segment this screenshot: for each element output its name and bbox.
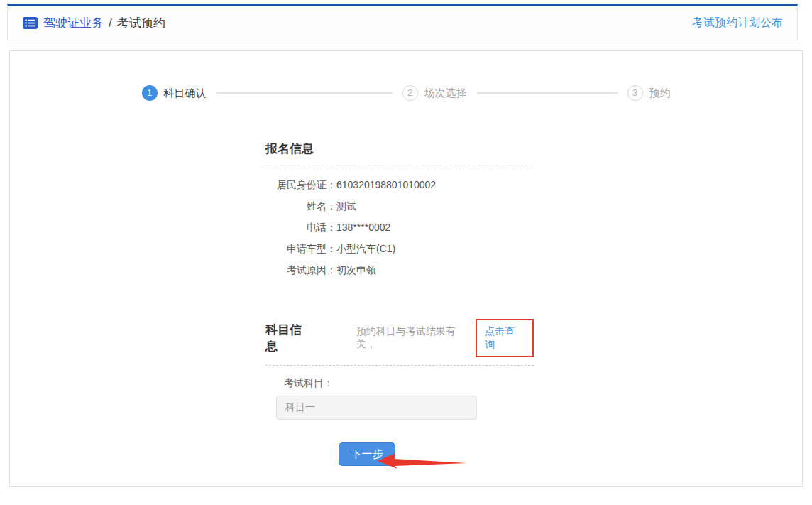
exam-plan-link[interactable]: 考试预约计划公布 — [692, 16, 783, 31]
field-label: 电话： — [265, 217, 336, 238]
subject-section-header: 科目信息 预约科目与考试结果有关， 点击查询 — [265, 319, 534, 366]
registration-title: 报名信息 — [265, 142, 314, 156]
registration-fields: 居民身份证： 610320198801010002 姓名： 测试 电话： 138… — [265, 174, 534, 281]
exam-subject-input[interactable] — [276, 396, 477, 420]
query-link[interactable]: 点击查询 — [485, 325, 515, 350]
field-name: 姓名： 测试 — [265, 195, 534, 217]
exam-subject-label: 考试科目： — [284, 377, 534, 390]
step-1-circle: 1 — [142, 85, 158, 101]
field-label: 姓名： — [265, 195, 336, 217]
step-3-label: 预约 — [649, 87, 671, 100]
step-3-circle: 3 — [627, 85, 643, 101]
step-connector — [477, 92, 618, 94]
breadcrumb: 驾驶证业务 / 考试预约 — [23, 15, 165, 31]
field-value: 小型汽车(C1) — [336, 238, 395, 259]
subject-section: 科目信息 预约科目与考试结果有关， 点击查询 考试科目： 下一步 — [265, 319, 534, 471]
step-appointment: 3 预约 — [627, 85, 671, 101]
step-session-select: 2 场次选择 — [402, 85, 467, 101]
step-connector — [216, 92, 393, 94]
step-2-label: 场次选择 — [424, 87, 467, 100]
subject-title: 科目信息 — [265, 322, 314, 354]
field-vehicle-type: 申请车型： 小型汽车(C1) — [265, 238, 534, 259]
field-label: 居民身份证： — [265, 174, 336, 195]
next-step-button[interactable]: 下一步 — [339, 442, 395, 466]
page-header: 驾驶证业务 / 考试预约 考试预约计划公布 — [7, 4, 798, 40]
breadcrumb-current: 考试预约 — [117, 15, 165, 31]
breadcrumb-section[interactable]: 驾驶证业务 — [43, 15, 104, 31]
field-exam-reason: 考试原因： 初次申领 — [265, 259, 534, 281]
step-2-circle: 2 — [402, 85, 418, 101]
step-1-label: 科目确认 — [164, 87, 207, 100]
step-subject-confirm: 1 科目确认 — [142, 85, 207, 101]
registration-section-header: 报名信息 — [265, 141, 534, 165]
field-label: 考试原因： — [265, 259, 336, 281]
field-id-number: 居民身份证： 610320198801010002 — [265, 174, 534, 195]
breadcrumb-separator: / — [109, 16, 112, 31]
field-value: 138****0002 — [336, 217, 390, 238]
main-panel: 1 科目确认 2 场次选择 3 预约 报名信息 居民身份证： 610320198… — [9, 50, 803, 487]
subject-hint: 预约科目与考试结果有关， — [356, 325, 475, 351]
field-value: 初次申领 — [336, 259, 376, 281]
list-icon — [23, 17, 38, 29]
field-label: 申请车型： — [265, 238, 336, 259]
query-link-highlight-box: 点击查询 — [476, 319, 534, 357]
stepper: 1 科目确认 2 场次选择 3 预约 — [10, 51, 802, 101]
button-row: 下一步 — [265, 441, 534, 471]
field-value: 610320198801010002 — [336, 174, 436, 195]
form-content: 报名信息 居民身份证： 610320198801010002 姓名： 测试 电话… — [265, 141, 534, 471]
field-phone: 电话： 138****0002 — [265, 217, 534, 238]
field-value: 测试 — [336, 195, 356, 217]
